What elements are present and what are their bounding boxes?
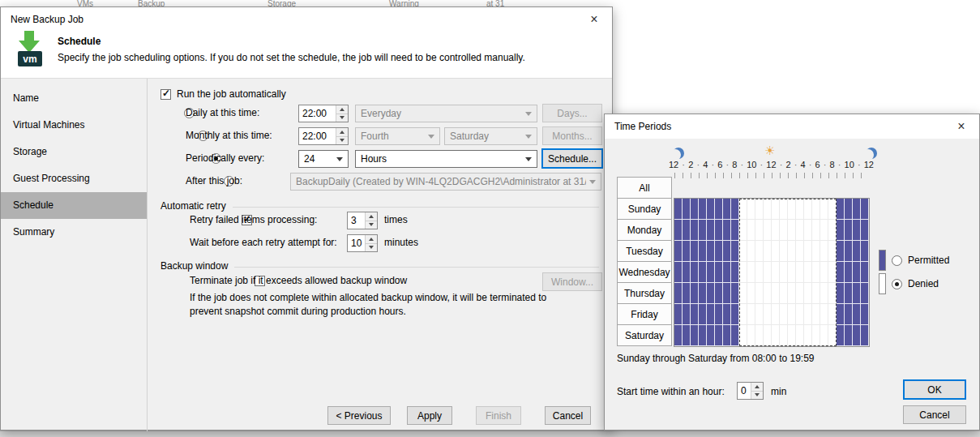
time-cell[interactable]	[837, 220, 845, 241]
apply-button[interactable]: Apply	[407, 406, 452, 425]
time-cell[interactable]	[780, 304, 788, 325]
ok-button[interactable]: OK	[903, 379, 966, 400]
spin-down-button[interactable]	[366, 243, 377, 252]
time-cell[interactable]	[820, 325, 828, 346]
time-cell[interactable]	[699, 283, 707, 304]
close-icon[interactable]: ×	[953, 118, 969, 135]
time-cell[interactable]	[853, 262, 861, 283]
spin-down-button[interactable]	[336, 114, 348, 122]
time-cell[interactable]	[674, 262, 683, 283]
time-cell[interactable]	[788, 304, 796, 325]
previous-button[interactable]: < Previous	[327, 406, 391, 425]
time-cell[interactable]	[853, 241, 861, 262]
time-cell[interactable]	[853, 220, 861, 241]
day-button-wednesday[interactable]: Wednesday	[617, 261, 672, 283]
time-cell[interactable]	[780, 262, 788, 283]
sidebar-item-name[interactable]: Name	[1, 85, 147, 112]
time-cell[interactable]	[788, 325, 796, 346]
sidebar-item-guest-processing[interactable]: Guest Processing	[1, 165, 147, 192]
time-cell[interactable]	[747, 283, 755, 304]
time-cell[interactable]	[764, 304, 772, 325]
time-cell[interactable]	[845, 325, 853, 346]
daily-time-spinner[interactable]: 22:00	[298, 105, 349, 122]
time-cell[interactable]	[788, 199, 796, 220]
time-cell[interactable]	[837, 241, 845, 262]
cancel-button[interactable]: Cancel	[903, 405, 966, 424]
time-cell[interactable]	[723, 304, 731, 325]
sidebar-item-virtual-machines[interactable]: Virtual Machines	[1, 112, 147, 139]
time-cell[interactable]	[683, 220, 691, 241]
time-cell[interactable]	[691, 241, 699, 262]
time-cell[interactable]	[820, 262, 828, 283]
time-cell[interactable]	[796, 199, 804, 220]
time-cell[interactable]	[699, 241, 707, 262]
time-cell[interactable]	[707, 304, 715, 325]
time-cell[interactable]	[828, 241, 837, 262]
time-cell[interactable]	[812, 220, 820, 241]
time-cell[interactable]	[707, 199, 715, 220]
periodic-value-dropdown[interactable]: 24	[298, 150, 349, 168]
time-cell[interactable]	[796, 262, 804, 283]
cancel-button[interactable]: Cancel	[545, 406, 591, 425]
time-cell[interactable]	[812, 283, 820, 304]
time-cell[interactable]	[845, 262, 853, 283]
time-cell[interactable]	[755, 220, 764, 241]
time-cell[interactable]	[723, 262, 731, 283]
time-cell[interactable]	[707, 220, 715, 241]
time-cell[interactable]	[755, 325, 764, 346]
time-cell[interactable]	[699, 199, 707, 220]
time-cell[interactable]	[715, 283, 723, 304]
time-cell[interactable]	[731, 199, 739, 220]
time-cell[interactable]	[796, 220, 804, 241]
time-cell[interactable]	[796, 283, 804, 304]
time-cell[interactable]	[812, 325, 820, 346]
time-cell[interactable]	[747, 262, 755, 283]
time-cell[interactable]	[747, 199, 755, 220]
time-cell[interactable]	[723, 199, 731, 220]
spin-down-button[interactable]	[336, 136, 348, 145]
time-cell[interactable]	[861, 262, 869, 283]
time-cell[interactable]	[739, 262, 747, 283]
time-cell[interactable]	[796, 241, 804, 262]
time-cell[interactable]	[764, 325, 772, 346]
time-cell[interactable]	[788, 262, 796, 283]
all-days-button[interactable]: All	[617, 177, 672, 199]
time-cell[interactable]	[764, 241, 772, 262]
close-icon[interactable]: ×	[586, 11, 602, 28]
time-cell[interactable]	[691, 220, 699, 241]
retry-count-spinner[interactable]: 3	[347, 212, 378, 229]
time-cell[interactable]	[796, 304, 804, 325]
time-cell[interactable]	[747, 304, 755, 325]
time-cell[interactable]	[828, 199, 837, 220]
time-cell[interactable]	[723, 241, 731, 262]
spin-down-button[interactable]	[751, 391, 763, 400]
time-cell[interactable]	[764, 283, 772, 304]
time-cell[interactable]	[707, 325, 715, 346]
spin-up-button[interactable]	[366, 235, 377, 243]
time-cell[interactable]	[731, 304, 739, 325]
time-cell[interactable]	[845, 199, 853, 220]
time-cell[interactable]	[715, 304, 723, 325]
time-cell[interactable]	[715, 241, 723, 262]
spin-up-button[interactable]	[366, 212, 377, 221]
time-cell[interactable]	[699, 262, 707, 283]
monthly-time-spinner[interactable]: 22:00	[298, 127, 349, 145]
time-cell[interactable]	[715, 199, 723, 220]
time-cell[interactable]	[731, 220, 739, 241]
time-cell[interactable]	[820, 241, 828, 262]
time-cell[interactable]	[820, 220, 828, 241]
time-cell[interactable]	[739, 199, 747, 220]
time-cell[interactable]	[812, 304, 820, 325]
time-cell[interactable]	[828, 220, 837, 241]
time-cell[interactable]	[755, 304, 764, 325]
time-cell[interactable]	[812, 262, 820, 283]
time-cell[interactable]	[674, 241, 683, 262]
time-cell[interactable]	[674, 304, 683, 325]
start-time-spinner[interactable]: 0	[737, 382, 764, 400]
day-button-saturday[interactable]: Saturday	[617, 324, 672, 346]
time-cell[interactable]	[739, 241, 747, 262]
time-cell[interactable]	[788, 283, 796, 304]
time-cell[interactable]	[691, 283, 699, 304]
time-cell[interactable]	[747, 241, 755, 262]
time-cell[interactable]	[780, 241, 788, 262]
